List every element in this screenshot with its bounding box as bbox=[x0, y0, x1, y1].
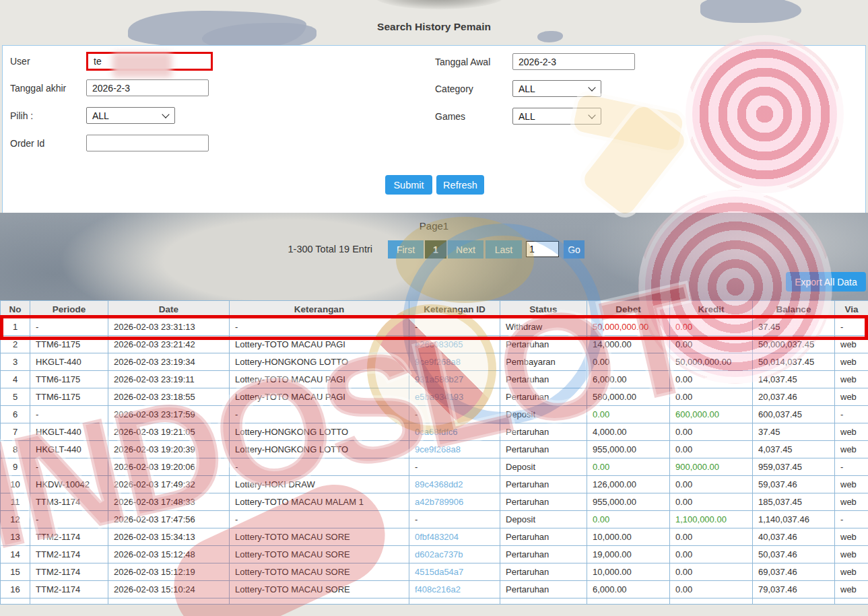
cell-keterangan-id: a42b789906 bbox=[409, 493, 500, 511]
table-row: 6-2026-02-03 23:17:59--Deposit0.00600,00… bbox=[1, 406, 868, 423]
cell-periode: TTM2-1174 bbox=[30, 528, 108, 546]
cell-balance: 20,037.46 bbox=[753, 388, 835, 406]
history-table-body: 1-2026-02-03 23:31:13--Withdraw50,000,00… bbox=[1, 318, 868, 605]
cell-no: 8 bbox=[1, 441, 30, 458]
cell-kredit: 0.00 bbox=[670, 563, 753, 581]
cell-keterangan-id: 4515da54a7 bbox=[409, 563, 500, 581]
cell-status: Pertaruhan bbox=[500, 493, 587, 511]
pilih-select[interactable]: ALL bbox=[86, 107, 175, 124]
cell-status: Pembayaran bbox=[500, 353, 587, 371]
current-page-button[interactable]: 1 bbox=[425, 240, 446, 259]
export-all-data-button[interactable]: Export All Data bbox=[786, 272, 866, 292]
header-no: No bbox=[1, 301, 30, 318]
cell-date: 2026-02-03 19:20:06 bbox=[108, 458, 230, 476]
cell-status: Deposit bbox=[500, 511, 587, 528]
cell-debet: 10,000.00 bbox=[587, 528, 670, 546]
cell-date: 2026-02-03 17:47:56 bbox=[108, 511, 230, 528]
table-row: 13TTM2-11742026-02-03 15:34:13Lottery-TO… bbox=[1, 528, 868, 546]
cell-no: 2 bbox=[1, 336, 30, 353]
cell-status: Pertaruhan bbox=[500, 423, 587, 441]
cell-no: 6 bbox=[1, 406, 30, 423]
cell-no: 14 bbox=[1, 546, 30, 563]
table-row: 5TTM6-11752026-02-03 23:18:55Lottery-TOT… bbox=[1, 388, 868, 406]
order-id-label: Order Id bbox=[10, 138, 44, 149]
cell-keterangan: Lottery-HONGKONG LOTTO bbox=[230, 423, 409, 441]
cell-periode: HKDW-10042 bbox=[30, 476, 108, 493]
cell-date: 2026-02-03 23:17:59 bbox=[108, 406, 230, 423]
cell-keterangan-id: e26c083065 bbox=[409, 336, 500, 353]
header-status: Status bbox=[500, 301, 587, 318]
cell-date: 2026-02-03 19:20:39 bbox=[108, 441, 230, 458]
go-button[interactable]: Go bbox=[564, 240, 585, 259]
cell-keterangan-id: 931a586b27 bbox=[409, 371, 500, 388]
cell-date: 2026-02-03 23:18:55 bbox=[108, 388, 230, 406]
header-balance: Balance bbox=[753, 301, 835, 318]
games-select[interactable]: ALL bbox=[512, 108, 601, 125]
next-page-button[interactable]: Next bbox=[448, 240, 483, 259]
keterangan-id-link[interactable]: 0ca68fdfc6 bbox=[415, 427, 458, 437]
cell-keterangan: - bbox=[230, 406, 409, 423]
keterangan-id-link[interactable]: 9ce9f268a8 bbox=[415, 444, 461, 454]
cell-empty bbox=[587, 598, 670, 605]
cell-balance: 50,000,037.45 bbox=[753, 336, 835, 353]
keterangan-id-link[interactable]: d602ac737b bbox=[415, 549, 463, 559]
cell-status: Pertaruhan bbox=[500, 336, 587, 353]
table-row: 12-2026-02-03 17:47:56--Deposit0.001,100… bbox=[1, 511, 868, 528]
keterangan-id-link[interactable]: 0fbf483204 bbox=[415, 532, 459, 542]
table-row: 7HKGLT-4402026-02-03 19:21:05Lottery-HON… bbox=[1, 423, 868, 441]
tanggal-akhir-label: Tanggal akhir bbox=[10, 83, 66, 94]
cell-no: 4 bbox=[1, 371, 30, 388]
cell-no: 3 bbox=[1, 353, 30, 371]
cell-kredit: 0.00 bbox=[670, 336, 753, 353]
cell-via: web bbox=[835, 476, 868, 493]
cell-periode: HKGLT-440 bbox=[30, 441, 108, 458]
keterangan-id-link[interactable]: e26c083065 bbox=[415, 339, 463, 349]
order-id-input[interactable] bbox=[86, 135, 209, 151]
games-label: Games bbox=[435, 111, 465, 122]
cell-date: 2026-02-03 23:21:42 bbox=[108, 336, 230, 353]
cell-keterangan-id: 0ca68fdfc6 bbox=[409, 423, 500, 441]
cell-date: 2026-02-03 19:21:05 bbox=[108, 423, 230, 441]
cell-debet: 0.00 bbox=[587, 353, 670, 371]
cell-balance: 185,037.45 bbox=[753, 493, 835, 511]
keterangan-id-link[interactable]: a42b789906 bbox=[415, 497, 463, 507]
cell-keterangan: Lottery-TOTO MACAU PAGI bbox=[230, 371, 409, 388]
cell-balance: 4,037.45 bbox=[753, 441, 835, 458]
cell-status: Pertaruhan bbox=[500, 388, 587, 406]
page-number-input[interactable] bbox=[526, 241, 559, 257]
first-page-button[interactable]: First bbox=[388, 240, 424, 259]
category-select[interactable]: ALL bbox=[512, 80, 601, 97]
cell-keterangan-id: 89c4368dd2 bbox=[409, 476, 500, 493]
cell-keterangan: Lottery-HONGKONG LOTTO bbox=[230, 353, 409, 371]
keterangan-id-link[interactable]: 89c4368dd2 bbox=[415, 479, 463, 489]
cell-kredit: 0.00 bbox=[670, 371, 753, 388]
cell-debet: 6,000.00 bbox=[587, 371, 670, 388]
cell-kredit: 0.00 bbox=[670, 581, 753, 598]
cell-empty bbox=[108, 598, 230, 605]
keterangan-id-link[interactable]: 9ce9f268a8 bbox=[415, 357, 461, 367]
cell-debet: 4,000.00 bbox=[587, 423, 670, 441]
last-page-button[interactable]: Last bbox=[486, 240, 522, 259]
keterangan-id-link[interactable]: 4515da54a7 bbox=[415, 567, 463, 577]
cell-via: - bbox=[835, 318, 868, 336]
cell-date: 2026-02-03 15:12:19 bbox=[108, 563, 230, 581]
cell-periode: TTM2-1174 bbox=[30, 563, 108, 581]
cell-status: Pertaruhan bbox=[500, 528, 587, 546]
top-band: Search History Pemain bbox=[0, 0, 868, 45]
tanggal-awal-input[interactable] bbox=[512, 53, 635, 70]
cell-via: web bbox=[835, 546, 868, 563]
cell-balance: 37.45 bbox=[753, 423, 835, 441]
keterangan-id-link[interactable]: f408c216a2 bbox=[415, 584, 461, 594]
keterangan-id-link[interactable]: 931a586b27 bbox=[415, 374, 463, 384]
refresh-button[interactable]: Refresh bbox=[436, 175, 484, 195]
submit-button[interactable]: Submit bbox=[385, 175, 432, 195]
cell-empty bbox=[1, 598, 30, 605]
cell-date: 2026-02-03 15:34:13 bbox=[108, 528, 230, 546]
cell-keterangan-id: - bbox=[409, 511, 500, 528]
map-decoration bbox=[700, 0, 801, 23]
cell-kredit: 0.00 bbox=[670, 388, 753, 406]
cell-keterangan: Lottery-TOTO MACAU PAGI bbox=[230, 336, 409, 353]
tanggal-akhir-input[interactable] bbox=[86, 79, 209, 96]
keterangan-id-link[interactable]: e5ba934193 bbox=[415, 392, 463, 402]
cell-via: web bbox=[835, 528, 868, 546]
